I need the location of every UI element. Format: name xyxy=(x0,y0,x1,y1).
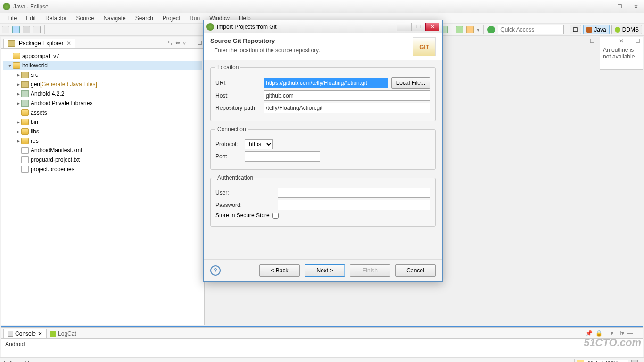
debug-icon[interactable] xyxy=(456,26,463,33)
outline-close-icon[interactable]: ✕ xyxy=(619,38,624,44)
console-view: Console ✕ LogCat 📌 🔒 ☐▾ ☐▾ — ☐ Android xyxy=(1,327,643,357)
dialog-header-title: Source Git Repository xyxy=(210,37,320,44)
print-icon[interactable] xyxy=(33,26,41,33)
maximize-view-icon[interactable]: ☐ xyxy=(197,40,202,46)
outline-message: An outline is not available. xyxy=(603,47,640,60)
tree-item[interactable]: project.properties xyxy=(3,165,202,174)
editor-minimize-icon[interactable]: — xyxy=(581,38,587,44)
menu-refactor[interactable]: Refactor xyxy=(41,14,71,23)
back-button[interactable]: < Back xyxy=(259,264,300,277)
new-icon[interactable] xyxy=(2,26,9,33)
console-tab[interactable]: Console ✕ xyxy=(3,329,47,338)
run-icon[interactable] xyxy=(487,26,495,33)
console-open-icon[interactable]: ☐▾ xyxy=(616,330,624,337)
console-output: Android xyxy=(1,339,643,349)
tree-item[interactable]: ▸libs xyxy=(3,127,202,136)
port-label: Port: xyxy=(215,153,242,160)
menu-search[interactable]: Search xyxy=(131,14,158,23)
connection-legend: Connection xyxy=(215,126,248,132)
menu-project[interactable]: Project xyxy=(158,14,185,23)
protocol-label: Protocol: xyxy=(215,141,242,148)
tree-item[interactable]: AndroidManifest.xml xyxy=(3,146,202,155)
repo-path-input[interactable] xyxy=(264,103,430,113)
logcat-icon xyxy=(50,331,56,337)
console-icon xyxy=(8,331,13,337)
minimize-icon[interactable]: — xyxy=(597,3,609,10)
perspective-java[interactable]: Java xyxy=(583,25,609,34)
tree-item[interactable]: proguard-project.txt xyxy=(3,155,202,165)
authentication-legend: Authentication xyxy=(215,174,255,181)
dialog-minimize-icon[interactable]: — xyxy=(397,23,411,31)
package-explorer-tab[interactable]: Package Explorer ✕ xyxy=(3,39,75,48)
menu-navigate[interactable]: Navigate xyxy=(99,14,130,23)
minimize-view-icon[interactable]: — xyxy=(189,40,194,46)
tree-item[interactable]: ▸src xyxy=(3,70,202,80)
tree-item[interactable]: appcompat_v7 xyxy=(3,51,202,61)
uri-input[interactable] xyxy=(264,78,388,88)
tree-item[interactable]: ▸bin xyxy=(3,117,202,127)
quick-access-input[interactable] xyxy=(498,25,564,34)
store-secure-checkbox[interactable] xyxy=(272,213,279,219)
local-file-button[interactable]: Local File... xyxy=(391,77,430,89)
tree-item[interactable]: ▸gen [Generated Java Files] xyxy=(3,80,202,89)
project-tree[interactable]: appcompat_v7▾helloworld▸src▸gen [Generat… xyxy=(1,49,204,325)
user-input[interactable] xyxy=(278,188,430,198)
dialog-eclipse-icon xyxy=(206,23,214,31)
perspective-ddms[interactable]: DDMS xyxy=(611,25,642,34)
save-icon[interactable] xyxy=(12,26,20,33)
close-icon[interactable]: ✕ xyxy=(631,3,641,10)
run-ext-icon[interactable] xyxy=(466,26,474,33)
host-input[interactable] xyxy=(264,90,430,101)
link-editor-icon[interactable]: ⇔ xyxy=(175,40,180,46)
console-pin-icon[interactable]: 📌 xyxy=(586,330,593,337)
window-titlebar: Java - Eclipse — ☐ ✕ xyxy=(0,0,644,13)
menu-file[interactable]: File xyxy=(3,14,21,23)
console-tab-close-icon[interactable]: ✕ xyxy=(38,330,42,337)
tree-item[interactable]: ▸Android 4.2.2 xyxy=(3,89,202,99)
close-tab-icon[interactable]: ✕ xyxy=(66,40,71,47)
finish-button[interactable]: Finish xyxy=(350,264,390,277)
menu-source[interactable]: Source xyxy=(71,14,99,23)
help-button[interactable]: ? xyxy=(210,265,221,276)
editor-maximize-icon[interactable]: ☐ xyxy=(590,38,595,44)
menu-edit[interactable]: Edit xyxy=(21,14,41,23)
tree-item[interactable]: ▾helloworld xyxy=(3,61,202,70)
tree-item[interactable]: assets xyxy=(3,108,202,117)
outline-max-icon[interactable]: ☐ xyxy=(635,38,640,44)
eclipse-icon xyxy=(3,3,10,10)
tree-item[interactable]: ▸res xyxy=(3,136,202,146)
console-clear-icon[interactable]: ☐▾ xyxy=(605,330,613,337)
password-input[interactable] xyxy=(278,200,430,210)
open-perspective-icon[interactable]: ☐ xyxy=(570,25,581,34)
collapse-all-icon[interactable]: ⇆ xyxy=(168,40,173,46)
tree-item[interactable]: ▸Android Private Libraries xyxy=(3,99,202,108)
window-title: Java - Eclipse xyxy=(13,3,49,10)
protocol-select[interactable]: https xyxy=(245,139,273,149)
status-text: helloworld xyxy=(4,360,29,362)
store-secure-label: Store in Secure Store xyxy=(215,212,270,219)
authentication-group: Authentication User: Password: Store in … xyxy=(210,174,436,227)
git-badge-icon: GIT xyxy=(413,37,436,56)
port-input[interactable] xyxy=(245,151,320,162)
console-max-icon[interactable]: ☐ xyxy=(636,330,641,337)
console-min-icon[interactable]: — xyxy=(627,330,633,337)
dialog-close-icon[interactable]: ✕ xyxy=(425,23,439,31)
next-button[interactable]: Next > xyxy=(305,264,345,277)
gc-icon[interactable] xyxy=(631,360,638,362)
save-all-icon[interactable] xyxy=(23,26,30,33)
dialog-maximize-icon[interactable]: ☐ xyxy=(411,23,425,31)
repo-path-label: Repository path: xyxy=(215,105,261,111)
memory-monitor[interactable]: 69M of 495M xyxy=(574,359,640,362)
cancel-button[interactable]: Cancel xyxy=(395,264,436,277)
package-explorer-view: Package Explorer ✕ ⇆ ⇔ ▿ — ☐ appcompat_v… xyxy=(1,37,205,325)
password-label: Password: xyxy=(215,202,275,208)
statusbar: helloworld 69M of 495M xyxy=(0,357,644,362)
location-group: Location URI: Local File... Host: Reposi… xyxy=(210,64,436,121)
maximize-icon[interactable]: ☐ xyxy=(614,3,625,10)
dialog-titlebar[interactable]: Import Projects from Git — ☐ ✕ xyxy=(204,20,442,33)
console-display-icon[interactable]: 🔒 xyxy=(595,330,603,337)
outline-min-icon[interactable]: — xyxy=(627,38,632,44)
logcat-tab[interactable]: LogCat xyxy=(47,329,80,338)
view-menu-icon[interactable]: ▿ xyxy=(183,40,186,46)
menu-run[interactable]: Run xyxy=(185,14,205,23)
